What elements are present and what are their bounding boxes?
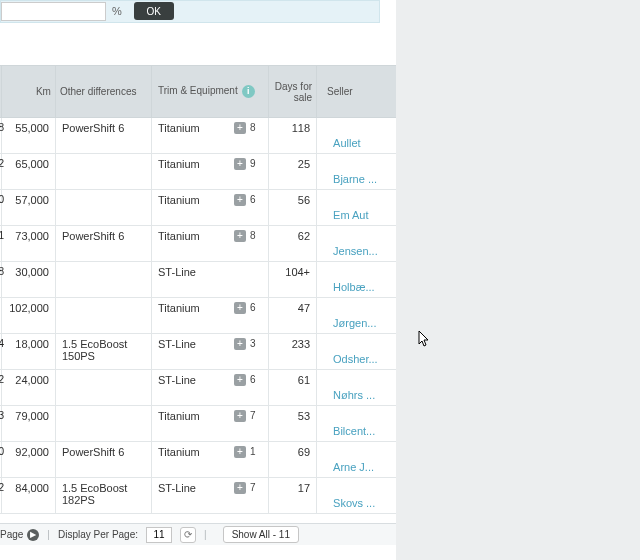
percent-label: % — [112, 2, 122, 17]
page-panel: % OK g. Km Other differences Trim & Equi… — [0, 0, 396, 560]
cell-seller: Aullet — [317, 118, 396, 154]
trim-count: 8 — [250, 122, 260, 133]
cell-days: 47 — [269, 298, 317, 334]
expand-trim-button[interactable]: + — [234, 194, 246, 206]
expand-trim-button[interactable]: + — [234, 158, 246, 170]
cell-days: 69 — [269, 442, 317, 478]
cell-days: 25 — [269, 154, 317, 190]
seller-link[interactable]: Aullet — [333, 137, 361, 149]
cell-seller: Bjarne ... — [317, 154, 396, 190]
seller-link[interactable]: Bilcent... — [333, 425, 375, 437]
trim-count: 7 — [250, 410, 260, 421]
expand-trim-button[interactable]: + — [234, 410, 246, 422]
cell-days: 61 — [269, 370, 317, 406]
expand-trim-button[interactable]: + — [234, 302, 246, 314]
table-row[interactable]: 0173,000PowerShift 6Titanium+862Jensen..… — [0, 226, 396, 262]
seller-link[interactable]: Arne J... — [333, 461, 374, 473]
cell-diff — [55, 190, 151, 226]
cell-km: 102,000 — [1, 298, 55, 334]
trim-count: 1 — [250, 446, 260, 457]
table-row[interactable]: 0224,000ST-Line+661Nøhrs ... — [0, 370, 396, 406]
cell-diff: PowerShift 6 — [55, 226, 151, 262]
seller-link[interactable]: Nøhrs ... — [333, 389, 375, 401]
table-row[interactable]: 0418,0001.5 EcoBoost 150PSST-Line+3233Od… — [0, 334, 396, 370]
cell-days: 17 — [269, 478, 317, 514]
seller-link[interactable]: Jensen... — [333, 245, 378, 257]
cell-km: 57,000 — [1, 190, 55, 226]
expand-trim-button[interactable]: + — [234, 482, 246, 494]
cell-diff — [55, 298, 151, 334]
cell-days: 56 — [269, 190, 317, 226]
pager-bar: Page ▶ | Display Per Page: ⟳ | Show All … — [0, 523, 396, 545]
trim-count: 9 — [250, 158, 260, 169]
cell-km: 84,000 — [1, 478, 55, 514]
expand-trim-button[interactable]: + — [234, 338, 246, 350]
display-per-page-label: Display Per Page: — [58, 529, 138, 540]
cell-diff: 1.5 EcoBoost 150PS — [55, 334, 151, 370]
table-row[interactable]: 1092,000PowerShift 6Titanium+169Arne J..… — [0, 442, 396, 478]
table-row[interactable]: 0284,0001.5 EcoBoost 182PSST-Line+717Sko… — [0, 478, 396, 514]
hdr-trim-label: Trim & Equipment — [158, 85, 238, 96]
next-page-button[interactable]: ▶ — [27, 529, 39, 541]
cursor-icon — [418, 330, 432, 351]
hdr-trim[interactable]: Trim & Equipmenti — [152, 66, 269, 118]
cell-days: 233 — [269, 334, 317, 370]
cell-trim: ST-Line+3 — [152, 334, 269, 370]
table-row[interactable]: 0265,000Titanium+925Bjarne ... — [0, 154, 396, 190]
refresh-button[interactable]: ⟳ — [180, 527, 196, 543]
hdr-diff[interactable]: Other differences — [55, 66, 151, 118]
filter-bar: % OK — [0, 0, 380, 23]
cell-diff — [55, 154, 151, 190]
trim-count: 6 — [250, 302, 260, 313]
cell-seller: Skovs ... — [317, 478, 396, 514]
cell-trim: ST-Line+7 — [152, 478, 269, 514]
seller-link[interactable]: Bjarne ... — [333, 173, 377, 185]
cell-trim: Titanium+8 — [152, 118, 269, 154]
cell-days: 62 — [269, 226, 317, 262]
pager-sep-2: | — [204, 529, 207, 540]
seller-link[interactable]: Holbæ... — [333, 281, 375, 293]
hdr-seller[interactable]: Seller — [317, 66, 396, 118]
percent-input[interactable] — [1, 2, 106, 21]
trim-count: 6 — [250, 374, 260, 385]
table-row[interactable]: 1102,000Titanium+647Jørgen... — [0, 298, 396, 334]
table-row[interactable]: 0379,000Titanium+753Bilcent... — [0, 406, 396, 442]
cell-days: 118 — [269, 118, 317, 154]
seller-link[interactable]: Em Aut — [333, 209, 368, 221]
hdr-days[interactable]: Days for sale — [269, 66, 317, 118]
cell-km: 30,000 — [1, 262, 55, 298]
cell-trim: ST-Line — [152, 262, 269, 298]
seller-link[interactable]: Odsher... — [333, 353, 378, 365]
expand-trim-button[interactable]: + — [234, 374, 246, 386]
table-row[interactable]: 0830,000ST-Line104+Holbæ... — [0, 262, 396, 298]
results-table: g. Km Other differences Trim & Equipment… — [0, 65, 396, 514]
cell-trim: Titanium+6 — [152, 298, 269, 334]
cell-diff — [55, 262, 151, 298]
seller-link[interactable]: Skovs ... — [333, 497, 375, 509]
cell-seller: Odsher... — [317, 334, 396, 370]
cell-trim: Titanium+1 — [152, 442, 269, 478]
ok-button[interactable]: OK — [134, 2, 174, 20]
cell-km: 92,000 — [1, 442, 55, 478]
cell-days: 104+ — [269, 262, 317, 298]
cell-km: 73,000 — [1, 226, 55, 262]
cell-trim: Titanium+8 — [152, 226, 269, 262]
info-icon[interactable]: i — [242, 85, 255, 98]
expand-trim-button[interactable]: + — [234, 122, 246, 134]
pager-sep-1: | — [47, 529, 50, 540]
cell-seller: Em Aut — [317, 190, 396, 226]
seller-link[interactable]: Jørgen... — [333, 317, 376, 329]
expand-trim-button[interactable]: + — [234, 230, 246, 242]
per-page-input[interactable] — [146, 527, 172, 543]
cell-km: 55,000 — [1, 118, 55, 154]
show-all-button[interactable]: Show All - 11 — [223, 526, 299, 543]
cell-days: 53 — [269, 406, 317, 442]
table-row[interactable]: 1057,000Titanium+656Em Aut — [0, 190, 396, 226]
cell-seller: Holbæ... — [317, 262, 396, 298]
cell-seller: Arne J... — [317, 442, 396, 478]
expand-trim-button[interactable]: + — [234, 446, 246, 458]
hdr-km[interactable]: Km — [1, 66, 55, 118]
cell-seller: Jørgen... — [317, 298, 396, 334]
table-row[interactable]: 0855,000PowerShift 6Titanium+8118Aullet — [0, 118, 396, 154]
cell-seller: Nøhrs ... — [317, 370, 396, 406]
